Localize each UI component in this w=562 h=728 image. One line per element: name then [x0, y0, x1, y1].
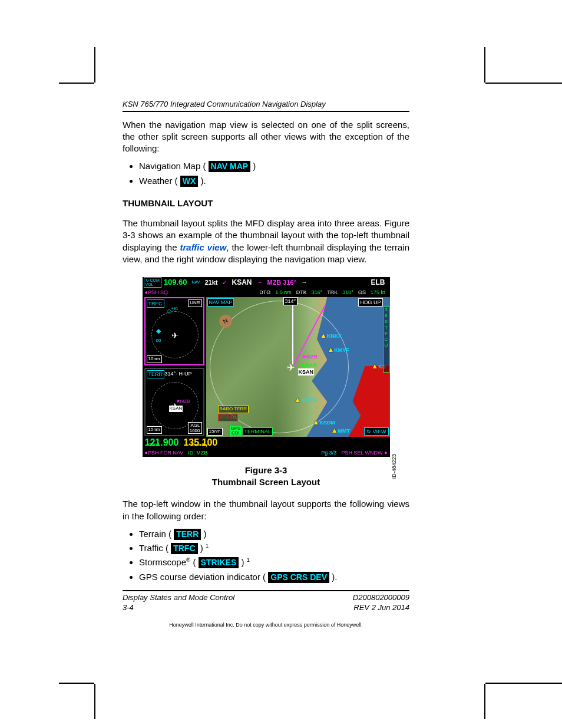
- item-label: Terrain (: [139, 529, 171, 539]
- footer-rev: REV 2 Jun 2014: [353, 603, 409, 612]
- nav-label: NAV: [190, 279, 203, 285]
- waypoint-mmt: ▲MMT: [331, 426, 350, 435]
- nav-map-window: NAV MAP 314° HDG UP N ✈ ▲KNKX ▲KMYF ★MZB…: [206, 297, 390, 437]
- trk-label: TRK: [325, 289, 340, 296]
- section-paragraph: The thumbnail layout splits the MFD disp…: [123, 218, 409, 265]
- list-item: Weather ( WX ).: [139, 175, 409, 187]
- footnote-ref: 1: [206, 542, 209, 549]
- waypoint-mzb: ★MZB: [302, 353, 318, 360]
- map-heading: 314°: [283, 297, 298, 305]
- list-item: Stormscope® ( STRIKES ) 1: [139, 556, 409, 568]
- footer: Display States and Mode Control 3-4 D200…: [123, 592, 409, 613]
- com-label: COM: [146, 442, 162, 449]
- after-figure-paragraph: The top-left window in the thumbnail lay…: [123, 498, 409, 522]
- keycap-wx: WX: [180, 176, 199, 187]
- list-item: Traffic ( TRFC ) 1: [139, 542, 409, 554]
- traffic-thumbnail: TRFC UNR ◇+91 ◆00 ✈ 10nm: [144, 297, 204, 365]
- dtg-label: DTG: [257, 289, 273, 296]
- dtk-label: DTK: [294, 289, 309, 296]
- hdg-up-label: HDG UP: [358, 298, 382, 307]
- keycap-gps-crs-dev: GPS CRS DEV: [268, 572, 329, 583]
- thumb-label: TRFC: [147, 299, 164, 308]
- psh-for-nav: ●PSH FOR NAV: [143, 449, 186, 456]
- dest-wpt: ELB: [369, 278, 388, 287]
- active-freq: 109.60: [161, 277, 190, 288]
- nav-id: ID: MZB: [186, 449, 210, 456]
- page: KSN 765/770 Integrated Communication Nav…: [0, 0, 562, 728]
- mfd-bottom-row-2: ●PSH FOR NAV COM Standby ID: MZB Pg 3/3 …: [143, 449, 390, 457]
- standby-label: Standby: [189, 442, 210, 449]
- copyright-notice: Honeywell International Inc. Do not copy…: [123, 621, 409, 628]
- tfr-label: TFR :01: [218, 414, 239, 421]
- footer-right: D200802000009 REV 2 Jun 2014: [353, 592, 409, 613]
- item-tail: ): [203, 529, 206, 539]
- range-label: 15nm: [147, 426, 162, 434]
- terminal-label: TERMINAL: [243, 427, 273, 436]
- gs-label: GS: [356, 289, 368, 296]
- crop-mark: [59, 83, 94, 84]
- footer-left: Display States and Mode Control 3-4: [123, 592, 234, 613]
- item-tail: ): [241, 557, 246, 567]
- map-sidebar: 3 6 0 T F C U: [383, 307, 390, 373]
- crop-mark: [94, 684, 95, 719]
- tas: 21kt: [202, 278, 220, 287]
- view-button: ↻ VIEW: [364, 427, 389, 436]
- item-tail: ): [253, 161, 256, 171]
- item-label: Traffic (: [139, 543, 168, 553]
- traffic-view-link[interactable]: traffic view: [180, 242, 226, 252]
- footnote-ref: 1: [247, 556, 250, 563]
- nav-map-label: NAV MAP: [207, 298, 234, 307]
- map-track-line: [292, 297, 293, 364]
- terrain-thumbnail: TERR -314°- H-UP ✈ ★MZB KSAN 15nm AGL 16…: [144, 368, 204, 436]
- keycap-trfc: TRFC: [171, 543, 197, 554]
- item-tail: ).: [201, 176, 206, 186]
- item-label: Stormscope: [139, 557, 186, 567]
- section-heading: THUMBNAIL LAYOUT: [123, 197, 409, 209]
- item-label: Navigation Map (: [139, 161, 206, 171]
- trk-value: 310°: [340, 289, 356, 296]
- waypoint-ksan-box: KSAN: [298, 368, 315, 375]
- waypoint-knrs: ▲KNRS: [294, 395, 316, 404]
- terr-wp-ksan: KSAN: [169, 406, 183, 412]
- dtk-value: 316°: [309, 289, 325, 296]
- keycap-strikes: STRIKES: [199, 557, 239, 568]
- footer-page: 3-4: [123, 603, 134, 612]
- gs-value: 175 kt: [368, 289, 388, 296]
- mfd-screenshot: ↻ COM VOL 109.60 NAV 21kt ↙ KSAN → MZB 3…: [143, 277, 390, 457]
- mfd-bottom-row-1: 121.900 135.100: [143, 437, 390, 449]
- psh-sel-wndw: PSH SEL WNDW ●: [339, 449, 389, 456]
- footer-rule: [123, 590, 409, 591]
- item-label: (: [190, 557, 196, 567]
- active-wpt: KSAN: [229, 278, 254, 287]
- thumb-label: TERR: [147, 370, 165, 378]
- com-vol-knob: ↻ COM VOL: [144, 277, 161, 288]
- map-range: 15nm: [207, 428, 223, 436]
- crop-mark: [94, 47, 95, 83]
- waypoint-knkx: ▲KNKX: [320, 331, 342, 340]
- arrow-icon: →: [299, 278, 309, 286]
- agl-label: AGL 1600: [188, 422, 202, 434]
- keycap-nav-map: NAV MAP: [209, 161, 251, 172]
- waypoint-ksan-m: KSAN: [302, 361, 317, 368]
- mfd-top-row-1: ↻ COM VOL 109.60 NAV 21kt ↙ KSAN → MZB 3…: [143, 277, 390, 288]
- keycap-terr: TERR: [174, 529, 201, 540]
- figure-id: ID-484223: [391, 454, 398, 479]
- mfd-top-row-2: ●PSH SQ DTG 1.0 nm DTK 316° TRK 310° GS …: [143, 288, 390, 297]
- item-label: Weather (: [139, 176, 178, 186]
- after-figure-list: Terrain ( TERR ) Traffic ( TRFC ) 1 Stor…: [123, 528, 409, 583]
- unr-badge: UNR: [188, 299, 201, 307]
- intro-paragraph: When the navigation map view is selected…: [123, 119, 409, 155]
- figure-caption: Figure 3-3 Thumbnail Screen Layout: [123, 465, 409, 487]
- terr-heading: -314°- H-UP: [163, 370, 192, 377]
- ownship-icon: ✈: [287, 361, 295, 374]
- ownship-icon: ✈: [171, 330, 178, 341]
- item-tail: ): [200, 543, 206, 553]
- crop-mark: [484, 684, 485, 719]
- list-item: GPS course deviation indicator ( GPS CRS…: [139, 571, 409, 583]
- list-item: Terrain ( TERR ): [139, 528, 409, 540]
- content-column: KSN 765/770 Integrated Communication Nav…: [123, 99, 409, 628]
- baro-terr-label: BARO TERR: [218, 406, 249, 413]
- footer-doc-id: D200802000009: [353, 593, 409, 602]
- waypoint-kmyf: ▲KMYF: [327, 345, 349, 354]
- item-label: GPS course deviation indicator (: [139, 572, 266, 582]
